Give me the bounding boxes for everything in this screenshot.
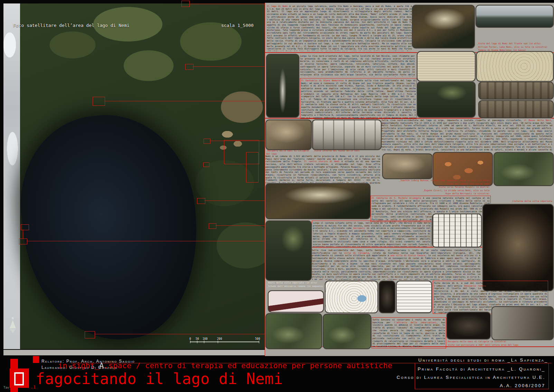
callout-box <box>203 162 209 167</box>
emissario-section-drawing-pink <box>268 290 324 312</box>
footer-red-square-small <box>33 356 39 363</box>
lake-contour-map <box>325 281 378 313</box>
ships-recovery-photo <box>265 120 312 150</box>
map-scalebar: 0 50 100 200 500 <box>189 337 262 345</box>
callout-box <box>93 97 105 106</box>
thesis-board: Foto satellitare dell’area del lago di N… <box>0 0 554 392</box>
captions-top: _Vista del lago di Nemi dal fronte sud (… <box>477 42 552 52</box>
leader-line <box>94 334 265 334</box>
subtitle-pre: in-sight_ <box>58 361 99 370</box>
callout-box <box>246 152 259 183</box>
map-title: Foto satellitare dell’area del lago di N… <box>13 23 130 28</box>
lake-shore-photo <box>491 306 554 340</box>
article-villa-caligola: Sulla riva sud-occidentale del lago, sot… <box>312 249 480 280</box>
subtitle-post: .space / centro di terapia ed educazione… <box>104 361 392 370</box>
callout-box <box>21 224 29 230</box>
captions-bottom: _Recupero delle navi di Caligola (a sini… <box>447 340 552 347</box>
leader-line <box>189 4 267 4</box>
map-scale-label: scala 1_5000 <box>221 23 254 28</box>
villa-remains-photo <box>265 221 312 281</box>
relief-photo-top <box>478 82 554 100</box>
lake-south-photo <box>476 5 554 28</box>
year-line: A.A. 2006/2007 <box>387 383 545 388</box>
article-santuario-diana: Il Santuario di Diana Nemorense è posizi… <box>300 78 417 119</box>
panel-edge-line <box>265 3 265 357</box>
north-arrow-icon: N <box>10 317 16 333</box>
relief-photo-bottom <box>478 100 554 118</box>
article-museo-navi: Sulla riva nord-occidentale del lago si … <box>382 119 552 151</box>
tav-suffix: .1 <box>30 384 36 390</box>
tav-label: Tav_ <box>3 386 11 389</box>
ciceri-painting-image <box>265 183 370 219</box>
project-title: fagocitando il lago di Nemi <box>36 371 283 387</box>
museum-interior-photo <box>312 120 382 150</box>
shore-aerial-photo <box>323 314 371 349</box>
callout-box <box>197 198 205 204</box>
article-banchina: Sotto Genzano si conservano i resti di u… <box>372 317 446 348</box>
article-lago-di-nemi: Il lago di Nemi è un piccolo lago vulcan… <box>267 5 412 51</box>
callout-box <box>204 139 210 144</box>
project-subtitle: in-sight_A.space / centro di terapia ed … <box>58 362 392 370</box>
callout-box <box>181 1 190 7</box>
diana-statue-photo <box>266 54 299 118</box>
article-nemi-comune: Nemi è un comune di 1.922 abitanti della… <box>265 155 380 185</box>
ancient-map-image <box>476 51 554 82</box>
footer-grey-strip <box>3 350 265 355</box>
cloud-strip <box>3 3 20 349</box>
tav-number-square <box>10 368 29 388</box>
satellite-photo: Foto satellitare dell’area del lago di N… <box>3 3 265 349</box>
callout-box <box>85 331 95 338</box>
callout-box <box>19 239 27 244</box>
bunsow-painting-image <box>382 153 433 179</box>
faculty-line: Prima Facoltà di Architettura _L. Quaron… <box>387 366 545 372</box>
hermitage-plan-drawing <box>432 214 482 248</box>
emissario-mouth-photo <box>379 281 395 313</box>
course-line: Corso di Laurea Specialistica in Archite… <box>387 375 545 380</box>
article-le-mole: Lungo il costone situato sotto il lago, … <box>312 221 431 248</box>
imperial-cistern-photo <box>482 204 554 291</box>
callout-box <box>185 64 194 70</box>
pier-remains-photo <box>447 312 491 339</box>
ships-manuscript-image <box>417 51 476 82</box>
lake-nemi <box>10 105 210 349</box>
leader-line <box>23 230 23 239</box>
university-line: Università degli studi di roma _La Sapie… <box>387 357 548 363</box>
turner-painting-image <box>412 5 475 48</box>
palazzo-ruspoli-view-photo <box>494 152 554 186</box>
callout-box <box>209 223 216 229</box>
sacred-grove-painting <box>417 82 476 118</box>
article-san-nicola: Lungo la riva nord-orientale del lago, n… <box>300 55 415 77</box>
caption-cistern: _Cisterna della villa imperiale <box>482 200 552 203</box>
tav-digit-zero-glyph <box>14 372 24 385</box>
captions-mid: _Joachim Ludwig Bunsow, Udsigt over Nemi… <box>373 179 489 196</box>
caption-museum-interior: _Vista interna del museo delle navi <box>313 149 381 152</box>
lake-aerial-photo <box>265 313 322 349</box>
emissario-profile-drawing <box>396 281 432 313</box>
subtitle-a: A <box>99 361 104 370</box>
caption-ships-recovery: _Recupero delle navi di Caligola dal lag… <box>266 149 312 155</box>
